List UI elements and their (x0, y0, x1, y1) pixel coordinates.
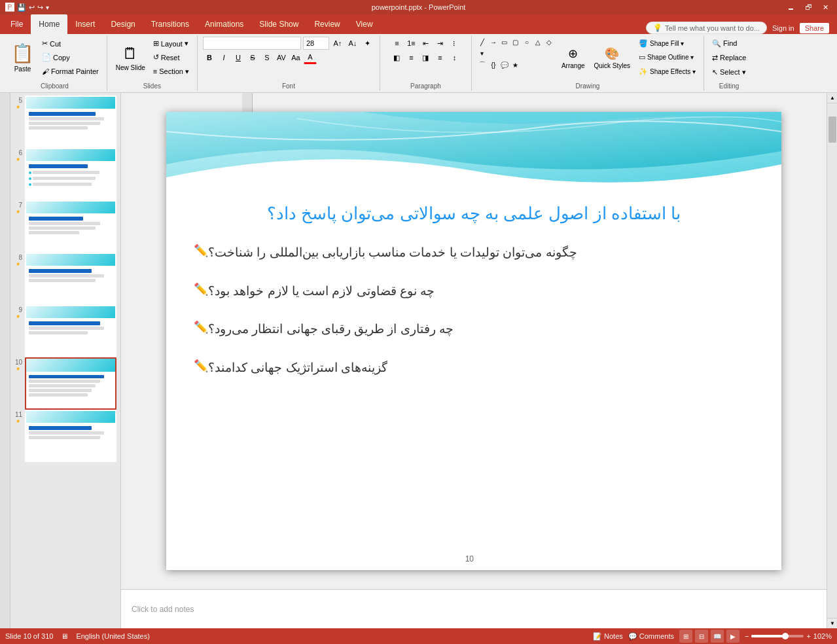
line-spacing-btn[interactable]: ↕ (448, 51, 461, 64)
find-button[interactable]: 🔍 Find (709, 37, 739, 50)
zoom-level[interactable]: 102% (813, 632, 832, 640)
copy-button[interactable]: 📄 Copy (39, 51, 101, 64)
quick-access-redo[interactable]: ↪ (37, 3, 43, 12)
shape-line[interactable]: ╱ (477, 37, 488, 47)
shape-fill-button[interactable]: 🪣 Shape Fill ▾ (636, 37, 698, 50)
tab-slideshow[interactable]: Slide Show (251, 14, 306, 34)
quick-access-customize[interactable]: ▾ (46, 4, 49, 11)
close-button[interactable]: ✕ (819, 3, 832, 12)
normal-view-btn[interactable]: ⊞ (679, 630, 692, 643)
quick-styles-button[interactable]: 🎨 Quick Styles (591, 37, 634, 79)
tab-file[interactable]: File (3, 14, 31, 34)
slide-thumb-7[interactable]: 7 ★ (13, 200, 118, 253)
quick-access-save[interactable]: 💾 (17, 3, 26, 12)
decrease-font-btn[interactable]: A↓ (346, 37, 359, 50)
justify-btn[interactable]: ≡ (433, 51, 446, 64)
scroll-thumb[interactable] (828, 116, 836, 143)
increase-font-btn[interactable]: A↑ (331, 37, 344, 50)
shape-rounded-rect[interactable]: ▢ (510, 37, 521, 47)
restore-button[interactable]: 🗗 (802, 3, 815, 11)
slide-canvas[interactable]: با استفاده از اصول علمی به چه سوالاتی می… (166, 112, 781, 570)
bold-button[interactable]: B (203, 51, 216, 64)
scroll-down-button[interactable]: ▼ (827, 618, 837, 628)
shape-arc[interactable]: ⌒ (477, 60, 488, 70)
shape-effects-button[interactable]: ✨ Shape Effects ▾ (636, 65, 698, 78)
slide-thumb-6[interactable]: 6 ★ (13, 148, 118, 200)
slide-img-11[interactable] (25, 410, 116, 462)
align-left-btn[interactable]: ◧ (390, 51, 403, 64)
slide-img-9[interactable] (25, 305, 116, 357)
notes-placeholder[interactable]: Click to add notes (132, 605, 194, 614)
right-scrollbar[interactable]: ▲ ▼ (827, 93, 837, 628)
format-painter-button[interactable]: 🖌 Format Painter (39, 65, 101, 78)
zoom-in-icon[interactable]: + (806, 632, 810, 640)
underline-button[interactable]: U (232, 51, 245, 64)
reset-button[interactable]: ↺ Reset (151, 51, 192, 64)
font-size-input[interactable]: 28 (303, 37, 329, 50)
slideshow-btn[interactable]: ▶ (726, 630, 739, 643)
scroll-up-button[interactable]: ▲ (827, 93, 837, 103)
tell-me-box[interactable]: 💡 Tell me what you want to do... (646, 22, 767, 34)
shape-callout[interactable]: 💬 (499, 60, 510, 70)
slide-panel[interactable]: 5 ★ 6 ★ (0, 93, 121, 628)
shadow-button[interactable]: S (260, 51, 274, 64)
cut-button[interactable]: ✂ Cut (39, 37, 101, 50)
align-right-btn[interactable]: ◨ (419, 51, 432, 64)
minimize-button[interactable]: 🗕 (784, 3, 798, 11)
layout-button[interactable]: ⊞ Layout ▾ (151, 37, 192, 50)
share-button[interactable]: Share (800, 23, 829, 33)
shape-ellipse[interactable]: ○ (522, 37, 532, 47)
notes-area[interactable]: Click to add notes (121, 589, 827, 628)
strikethrough-button[interactable]: S (246, 51, 259, 64)
slide-img-6[interactable] (25, 148, 116, 200)
tab-insert[interactable]: Insert (67, 14, 103, 34)
zoom-slider[interactable]: − + 102% (745, 632, 832, 640)
shape-triangle[interactable]: △ (533, 37, 543, 47)
slide-sorter-btn[interactable]: ⊟ (695, 630, 708, 643)
shape-more[interactable]: ▾ (477, 48, 488, 58)
reading-view-btn[interactable]: 📖 (711, 630, 724, 643)
shape-rect[interactable]: ▭ (499, 37, 510, 47)
font-name-input[interactable] (203, 37, 301, 50)
shape-outline-button[interactable]: ▭ Shape Outline ▾ (636, 51, 698, 64)
shape-diamond[interactable]: ◇ (544, 37, 554, 47)
zoom-handle[interactable] (782, 633, 789, 639)
select-button[interactable]: ↖ Select ▾ (709, 65, 749, 79)
shape-star[interactable]: ★ (510, 60, 521, 70)
paste-button[interactable]: 📋 Paste (8, 37, 37, 79)
slide-img-7[interactable] (25, 200, 116, 253)
slide-thumb-10[interactable]: 10 ★ (13, 357, 118, 410)
shape-bracket[interactable]: {} (488, 60, 499, 70)
columns-btn[interactable]: ⫶ (448, 37, 461, 50)
notes-button[interactable]: 📝 Notes (593, 632, 623, 641)
quick-access-undo[interactable]: ↩ (29, 3, 35, 12)
replace-button[interactable]: ⇄ Replace (709, 51, 749, 64)
tab-design[interactable]: Design (103, 14, 143, 34)
bullets-btn[interactable]: ≡ (390, 37, 403, 50)
signin-button[interactable]: Sign in (772, 24, 794, 32)
slide-img-5[interactable] (25, 96, 116, 148)
slide-img-8[interactable] (25, 253, 116, 305)
slide-img-10[interactable] (25, 357, 116, 410)
shape-arrow[interactable]: → (488, 37, 499, 47)
tab-view[interactable]: View (348, 14, 381, 34)
clear-format-btn[interactable]: ✦ (361, 37, 374, 50)
numbered-btn[interactable]: 1≡ (404, 37, 418, 50)
scroll-track[interactable] (827, 103, 837, 618)
case-btn[interactable]: Aa (289, 51, 302, 64)
slide-thumb-8[interactable]: 8 ★ (13, 253, 118, 305)
tab-animations[interactable]: Animations (197, 14, 251, 34)
increase-indent-btn[interactable]: ⇥ (433, 37, 446, 50)
comments-button[interactable]: 💬 Comments (628, 632, 674, 641)
italic-button[interactable]: I (217, 51, 230, 64)
tab-review[interactable]: Review (306, 14, 347, 34)
font-color-btn[interactable]: A (304, 51, 317, 64)
arrange-button[interactable]: ⊕ Arrange (558, 37, 588, 79)
align-center-btn[interactable]: ≡ (404, 51, 418, 64)
new-slide-button[interactable]: 🗒 New Slide (113, 37, 149, 79)
slide-thumb-9[interactable]: 9 ★ (13, 305, 118, 357)
char-spacing-btn[interactable]: AV (275, 51, 288, 64)
section-button[interactable]: ≡ Section ▾ (151, 65, 192, 78)
zoom-track[interactable] (751, 635, 804, 637)
zoom-out-icon[interactable]: − (745, 632, 749, 640)
